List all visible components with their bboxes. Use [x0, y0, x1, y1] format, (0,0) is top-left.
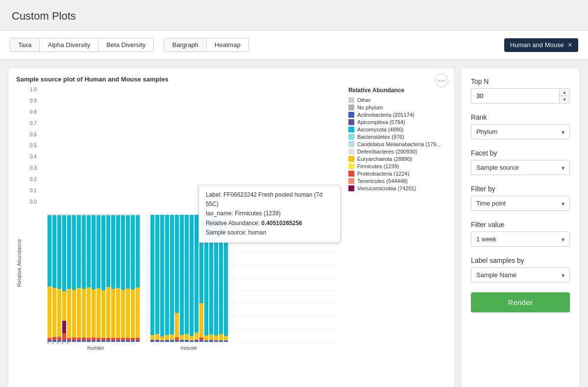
svg-rect-60 — [92, 337, 96, 340]
dataset-tag-close-button[interactable]: × — [568, 41, 572, 49]
svg-rect-48 — [82, 215, 86, 289]
svg-rect-32 — [67, 214, 71, 215]
svg-rect-78 — [111, 215, 115, 289]
legend-item-ascomycota: Ascomycota (4890) — [348, 127, 446, 132]
labelby-field: Label samples by Sample Name Sample sour… — [471, 257, 570, 283]
svg-rect-163 — [214, 335, 218, 340]
svg-rect-93 — [126, 215, 130, 288]
svg-rect-69 — [101, 290, 105, 338]
chart-panel: ⋯ Sample source plot of Human and Mouse … — [8, 67, 455, 387]
svg-rect-113 — [155, 334, 159, 340]
svg-rect-127 — [175, 214, 179, 215]
tab-alpha-diversity[interactable]: Alpha Diversity — [40, 38, 98, 52]
legend-item-firmicutes: Firmicutes (1239) — [348, 163, 446, 169]
svg-rect-145 — [195, 215, 198, 333]
main-content: ⋯ Sample source plot of Human and Mouse … — [0, 59, 588, 387]
topn-field: Top N ▲ ▼ — [471, 77, 570, 103]
labelby-select[interactable]: Sample Name Sample source Time point — [471, 267, 570, 283]
tab-beta-diversity[interactable]: Beta Diversity — [98, 38, 154, 52]
legend-swatch-candidatus — [348, 141, 354, 147]
sidebar: Top N ▲ ▼ Rank Phylum Class Order Family… — [461, 67, 580, 387]
legend-swatch-euryarchaeota — [348, 156, 354, 162]
legend-swatch-ascomycota — [348, 127, 354, 132]
svg-rect-26 — [62, 214, 66, 215]
filtervalue-select[interactable]: 1 week 2 weeks 4 weeks — [471, 232, 570, 247]
svg-rect-35 — [67, 338, 71, 340]
legend-title: Relative Abundance — [348, 87, 446, 94]
tab-bargraph[interactable]: Bargraph — [164, 38, 206, 52]
y-ticks: 1.0 0.9 0.8 0.7 0.6 0.5 0.4 0.3 0.2 0.1 … — [30, 87, 39, 205]
svg-rect-45 — [77, 338, 81, 340]
rank-select[interactable]: Phylum Class Order Family Genus Species — [471, 124, 570, 139]
svg-rect-72 — [106, 214, 110, 215]
svg-rect-27 — [62, 215, 66, 291]
svg-rect-144 — [195, 214, 198, 215]
svg-rect-58 — [92, 215, 96, 289]
svg-rect-62 — [97, 214, 100, 215]
svg-rect-42 — [77, 214, 81, 215]
tab-heatmap[interactable]: Heatmap — [207, 38, 249, 52]
svg-rect-84 — [116, 288, 120, 338]
svg-rect-12 — [48, 215, 51, 286]
tooltip-taxname: tax_name: Firmicutes (1239) — [206, 209, 333, 218]
svg-rect-33 — [67, 215, 71, 289]
facetby-select[interactable]: Sample source Time point Subject — [471, 160, 570, 175]
rank-label: Rank — [471, 113, 570, 121]
legend-swatch-bacteroidetes — [348, 134, 354, 140]
svg-rect-132 — [180, 214, 184, 215]
svg-rect-85 — [116, 338, 120, 340]
svg-rect-90 — [121, 338, 125, 340]
svg-rect-19 — [52, 337, 56, 340]
legend-swatch-actinobacteria — [348, 112, 354, 118]
svg-rect-13 — [48, 286, 51, 338]
toolbar: Taxa Alpha Diversity Beta Diversity Barg… — [0, 30, 588, 59]
rank-field: Rank Phylum Class Order Family Genus Spe… — [471, 113, 570, 139]
svg-rect-53 — [87, 215, 91, 287]
render-button[interactable]: Render — [471, 292, 570, 312]
chart-area: Relative Abundance 1.0 0.9 0.8 0.7 0.6 0… — [16, 87, 446, 387]
topn-increment-button[interactable]: ▲ — [560, 89, 569, 96]
legend-item-deferribacteres: Deferribacteres (200930) — [348, 149, 446, 155]
facetby-field: Facet by Sample source Time point Subjec… — [471, 149, 570, 175]
svg-rect-119 — [165, 214, 169, 215]
dataset-tag: Human and Mouse × — [504, 38, 578, 52]
filterby-label: Filter by — [471, 185, 570, 193]
chart-tooltip: Label: FF06623242 Fresh pooled human (7d… — [198, 185, 341, 243]
svg-rect-16 — [52, 214, 56, 215]
topn-decrement-button[interactable]: ▼ — [560, 96, 569, 103]
svg-rect-104 — [136, 287, 140, 338]
svg-rect-67 — [101, 214, 105, 215]
svg-rect-89 — [121, 290, 125, 338]
legend-swatch-firmicutes — [348, 163, 354, 169]
svg-rect-40 — [72, 337, 76, 340]
svg-rect-23 — [57, 289, 61, 337]
legend-swatch-verrucomicrobia — [348, 185, 354, 191]
page-header: Custom Plots — [0, 0, 588, 30]
svg-rect-138 — [185, 334, 189, 340]
filterby-select[interactable]: Time point Sample source Subject — [471, 196, 570, 211]
topn-input[interactable] — [471, 89, 559, 103]
legend-item-euryarchaeota: Euryarchaeota (28890) — [348, 156, 446, 162]
page-title: Custom Plots — [12, 10, 576, 23]
tooltip-source: Sample source: human — [206, 228, 333, 237]
svg-rect-134 — [180, 335, 184, 340]
svg-rect-116 — [160, 215, 164, 336]
svg-rect-109 — [150, 335, 154, 340]
svg-rect-137 — [185, 215, 189, 334]
chart-options-button[interactable]: ⋯ — [435, 74, 448, 87]
svg-rect-22 — [57, 215, 61, 289]
svg-rect-111 — [155, 214, 159, 215]
legend-swatch-nophylum — [348, 104, 354, 110]
svg-rect-100 — [131, 338, 135, 340]
tab-taxa[interactable]: Taxa — [10, 38, 40, 52]
legend-item-verrucomicrobia: Verrucomicrobia (74201) — [348, 185, 446, 191]
legend-item-tenericutes: Tenericutes (544448) — [348, 178, 446, 184]
left-tab-group: Taxa Alpha Diversity Beta Diversity — [10, 38, 154, 52]
svg-rect-38 — [72, 215, 76, 290]
legend-swatch-other — [348, 97, 354, 103]
svg-rect-155 — [204, 335, 208, 340]
topn-input-wrap: ▲ ▼ — [471, 88, 570, 103]
legend-item-nophylum: No phylum — [348, 104, 446, 110]
filtervalue-select-wrap: 1 week 2 weeks 4 weeks — [471, 232, 570, 247]
svg-rect-117 — [160, 336, 164, 340]
